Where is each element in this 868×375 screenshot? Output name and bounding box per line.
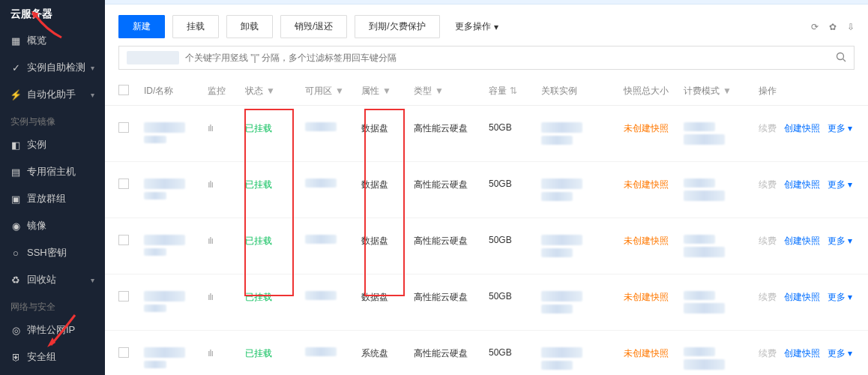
more-link[interactable]: 更多 ▾ [828, 291, 852, 304]
chevron-down-icon: ▾ [494, 22, 498, 32]
attr-value: 系统盘 [361, 348, 388, 358]
row-checkbox[interactable] [118, 291, 129, 302]
attr-value: 数据盘 [361, 236, 388, 246]
sort-icon[interactable]: ⇅ [510, 86, 517, 96]
blurred-id [144, 291, 185, 302]
filter-icon[interactable]: ▼ [723, 86, 732, 96]
renew-link[interactable]: 续费 [759, 347, 777, 360]
sidebar-item-label: SSH密钥 [27, 246, 94, 260]
monitor-icon[interactable]: ılı [208, 291, 213, 302]
sidebar-item-group[interactable]: ▣置放群组 [0, 185, 105, 212]
unmount-button[interactable]: 卸载 [226, 15, 273, 38]
status-value: 已挂载 [245, 236, 272, 246]
search-icon[interactable] [836, 52, 846, 64]
blurred-related [541, 235, 582, 245]
refresh-icon[interactable]: ⟳ [811, 22, 819, 32]
grid-icon: ▦ [10, 35, 21, 46]
renew-button[interactable]: 到期/欠费保护 [355, 15, 439, 38]
settings-icon[interactable]: ✿ [829, 22, 837, 32]
capacity-value: 50GB [489, 122, 512, 133]
create-snapshot-link[interactable]: 创建快照 [784, 347, 820, 360]
create-snapshot-link[interactable]: 创建快照 [784, 291, 820, 304]
renew-link[interactable]: 续费 [759, 122, 777, 135]
more-link[interactable]: 更多 ▾ [828, 235, 852, 248]
nav-section-network: 网络与安全 [0, 293, 105, 316]
snapshot-value: 未创建快照 [624, 179, 669, 190]
col-ops: 操作 [751, 77, 868, 106]
col-type: 类型 [414, 86, 432, 96]
renew-link[interactable]: 续费 [759, 235, 777, 248]
blurred-billing [684, 347, 715, 356]
attr-value: 数据盘 [361, 179, 388, 190]
status-value: 已挂载 [245, 292, 272, 302]
bolt-icon: ⚡ [10, 89, 21, 100]
monitor-icon[interactable]: ılı [208, 235, 213, 246]
renew-link[interactable]: 续费 [759, 178, 777, 191]
more-link[interactable]: 更多 ▾ [828, 178, 852, 191]
capacity-value: 50GB [489, 347, 512, 358]
row-checkbox[interactable] [118, 122, 129, 133]
blurred-billing [684, 291, 715, 300]
table-row: ılı 已挂载 数据盘 高性能云硬盘 50GB 未创建快照 续费 创建快照 更多… [105, 274, 868, 331]
sidebar-item-label: 实例自助检测 [27, 61, 91, 74]
col-monitor: 监控 [200, 77, 238, 106]
filter-icon[interactable]: ▼ [266, 86, 275, 96]
blurred-related [541, 248, 573, 257]
status-value: 已挂载 [245, 123, 272, 134]
shield-icon: ⛨ [10, 352, 21, 362]
monitor-icon[interactable]: ılı [208, 178, 213, 190]
sidebar-item-key[interactable]: ○SSH密钥 [0, 239, 105, 266]
blurred-zone [305, 178, 337, 188]
search-input[interactable] [185, 52, 836, 63]
svg-line-3 [843, 58, 846, 62]
blurred-name [144, 361, 166, 368]
sidebar-item-trash[interactable]: ♻回收站▾ [0, 266, 105, 293]
sidebar-item-check[interactable]: ✓实例自助检测▾ [0, 54, 105, 81]
sidebar-item-label: 安全组 [27, 350, 94, 364]
select-all-checkbox[interactable] [118, 85, 129, 95]
blurred-billing [684, 134, 725, 145]
sidebar-item-bolt[interactable]: ⚡自动化助手▾ [0, 81, 105, 108]
blurred-related [541, 178, 582, 189]
type-value: 高性能云硬盘 [414, 236, 468, 246]
filter-icon[interactable]: ▼ [435, 86, 444, 96]
new-button[interactable]: 新建 [118, 15, 165, 38]
sidebar-item-ip[interactable]: ◎弹性公网IP [0, 316, 105, 344]
blurred-billing [684, 190, 725, 201]
sidebar-item-grid[interactable]: ▦概览 [0, 27, 105, 54]
renew-link[interactable]: 续费 [759, 291, 777, 304]
monitor-icon[interactable]: ılı [208, 347, 213, 358]
create-snapshot-link[interactable]: 创建快照 [784, 122, 820, 135]
mount-button[interactable]: 挂载 [172, 15, 219, 38]
row-checkbox[interactable] [118, 178, 129, 189]
col-billing: 计费模式 [684, 86, 720, 96]
filter-icon[interactable]: ▼ [335, 86, 344, 96]
more-ops-dropdown[interactable]: 更多操作 ▾ [447, 16, 506, 38]
destroy-button[interactable]: 销毁/退还 [280, 15, 347, 38]
blurred-related [541, 347, 582, 358]
sidebar-item-shield[interactable]: ⛨安全组 [0, 344, 105, 370]
search-tag[interactable] [127, 51, 179, 64]
row-checkbox[interactable] [118, 235, 129, 245]
image-icon: ◉ [10, 220, 21, 231]
create-snapshot-link[interactable]: 创建快照 [784, 235, 820, 248]
download-icon[interactable]: ⇩ [847, 22, 855, 32]
sidebar-item-cube[interactable]: ◧实例 [0, 131, 105, 158]
create-snapshot-link[interactable]: 创建快照 [784, 178, 820, 191]
sidebar: 云服务器 ▦概览✓实例自助检测▾⚡自动化助手▾ 实例与镜像 ◧实例▤专用宿主机▣… [0, 0, 105, 375]
blurred-name [144, 304, 166, 312]
snapshot-value: 未创建快照 [624, 236, 669, 246]
filter-icon[interactable]: ▼ [382, 86, 391, 96]
sidebar-item-image[interactable]: ◉镜像 [0, 212, 105, 239]
blurred-name [144, 136, 166, 143]
row-checkbox[interactable] [118, 347, 129, 358]
snapshot-value: 未创建快照 [624, 123, 669, 134]
sidebar-item-server[interactable]: ▤专用宿主机 [0, 158, 105, 185]
more-link[interactable]: 更多 ▾ [828, 122, 852, 135]
blurred-related [541, 361, 573, 370]
trash-icon: ♻ [10, 274, 21, 285]
attr-value: 数据盘 [361, 292, 388, 302]
monitor-icon[interactable]: ılı [208, 122, 213, 134]
more-link[interactable]: 更多 ▾ [828, 347, 852, 360]
blurred-zone [305, 235, 337, 244]
